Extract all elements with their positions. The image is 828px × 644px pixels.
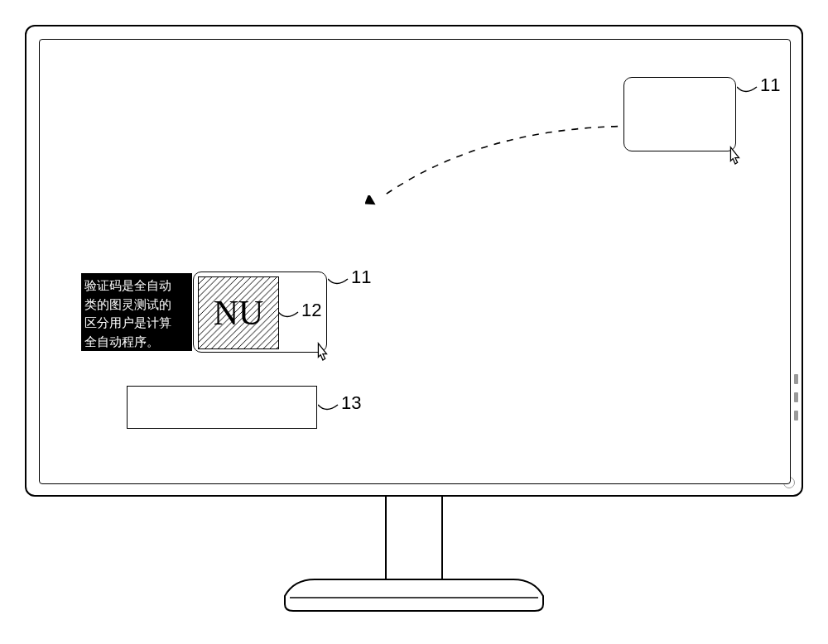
monitor-screen: 验证码是全自动 类的图灵测试的 区分用户是计算 全自动程序。 NU (39, 39, 791, 484)
tooltip-line: 全自动程序。 (84, 334, 159, 348)
pointer-cursor-icon (725, 146, 744, 169)
draggable-card-start[interactable] (623, 77, 736, 151)
reference-label: 12 (301, 300, 321, 321)
side-button (794, 411, 798, 421)
tooltip-line: 类的图灵测试的 (84, 297, 171, 311)
captcha-image: NU (198, 276, 279, 349)
tooltip-text: 验证码是全自动 类的图灵测试的 区分用户是计算 全自动程序。 (81, 273, 192, 351)
monitor-base (282, 578, 546, 613)
leader-line (278, 305, 303, 320)
monitor-side-buttons (794, 374, 798, 421)
svg-marker-0 (365, 195, 379, 209)
tooltip-line: 区分用户是计算 (84, 315, 171, 329)
side-button (794, 392, 798, 402)
monitor-bezel: 验证码是全自动 类的图灵测试的 区分用户是计算 全自动程序。 NU (25, 25, 803, 497)
arrowhead-icon (365, 195, 380, 214)
monitor-neck (385, 497, 443, 579)
captcha-input[interactable] (127, 386, 317, 429)
leader-line (328, 272, 353, 286)
reference-label: 13 (341, 392, 361, 414)
pointer-cursor-icon (313, 342, 331, 365)
side-button (794, 374, 798, 384)
tooltip-line: 验证码是全自动 (84, 278, 171, 292)
reference-label: 11 (760, 74, 780, 96)
reference-label: 11 (351, 267, 371, 288)
leader-line (737, 79, 762, 94)
captcha-text: NU (214, 293, 264, 333)
leader-line (318, 397, 343, 412)
